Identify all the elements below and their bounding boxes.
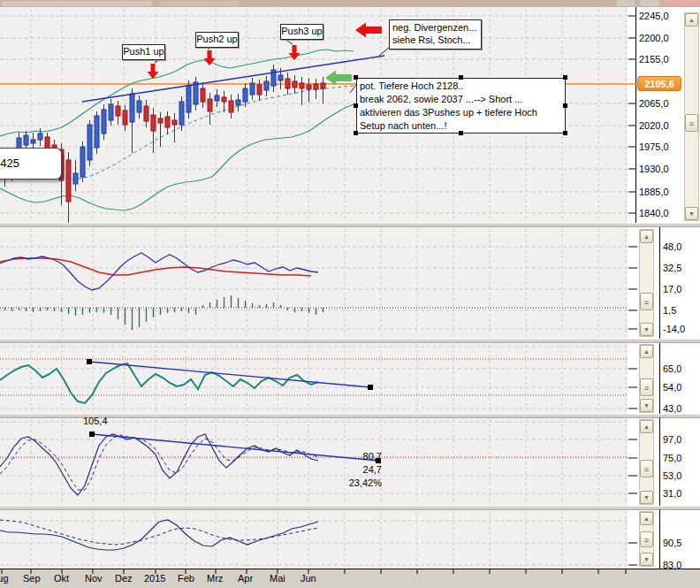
trix-axis-label: 83,0 xyxy=(663,560,681,570)
candle-body xyxy=(158,118,163,123)
stoch-percent-value: 23,42% xyxy=(339,477,382,488)
note-box-handle[interactable] xyxy=(354,75,358,80)
note-box-handle[interactable] xyxy=(354,131,358,135)
candle-body xyxy=(130,94,134,122)
time-axis-label: Feb xyxy=(178,573,194,584)
rsi-axis-label: 65,0 xyxy=(663,363,681,374)
candle-body xyxy=(116,106,120,116)
candle-body xyxy=(257,85,262,95)
stoch-scrollbar-down-button[interactable]: ▼ xyxy=(640,491,653,504)
trix-scrollbar-up-button[interactable]: ▲ xyxy=(640,512,653,525)
candle-body xyxy=(300,83,304,88)
rsi-axis-label: 54,0 xyxy=(663,382,681,393)
red-down-arrow[interactable] xyxy=(148,64,159,79)
time-axis-label: Sep xyxy=(23,573,41,584)
rsi-scrollbar-thumb[interactable]: ≡ xyxy=(640,378,653,396)
red-down-arrow[interactable] xyxy=(289,45,301,60)
note-box-handle[interactable] xyxy=(354,103,358,108)
macd-axis-label: 17,0 xyxy=(663,284,681,294)
candle-body xyxy=(38,134,42,140)
candle-body xyxy=(321,83,325,88)
candle-body xyxy=(236,100,240,105)
stoch-value-1: 80,7 xyxy=(352,451,382,462)
note-line: break 2062, sowie 2037 ...--> Short ... xyxy=(360,93,562,106)
green-left-arrow[interactable] xyxy=(325,71,352,86)
trix-signal-line xyxy=(0,520,318,545)
note-line: aktivieren das 3Pushes up + tiefere Hoch xyxy=(360,106,562,119)
stoch-scrollbar-up-button[interactable]: ▲ xyxy=(640,420,653,433)
time-axis-label: Jun xyxy=(301,573,316,584)
trendline-handle[interactable] xyxy=(89,431,95,437)
time-axis-label: Apr xyxy=(238,573,253,584)
candle-body xyxy=(24,135,28,145)
candle-body xyxy=(293,81,297,88)
candle-body xyxy=(66,160,71,202)
divergence-note-line: siehe Rsi, Stoch... xyxy=(392,34,478,46)
time-axis-label: Dez xyxy=(115,573,133,584)
push3-label-box[interactable]: Push3 up xyxy=(280,24,323,40)
candle-body xyxy=(250,83,255,95)
macd-axis-label: 1,5 xyxy=(663,305,676,316)
rsi-line xyxy=(0,363,318,403)
price-scrollbar-down-button[interactable]: ▼ xyxy=(685,207,698,220)
rsi-scrollbar-up-button[interactable]: ▲ xyxy=(640,345,653,358)
price-scrollbar-up-button[interactable]: ▲ xyxy=(685,13,698,27)
trendline-handle[interactable] xyxy=(368,385,373,390)
candle-body xyxy=(172,120,177,125)
trix-scrollbar-thumb[interactable]: ≡ xyxy=(640,531,653,547)
candle-body xyxy=(31,140,35,143)
stoch-value-2: 24,7 xyxy=(352,464,382,475)
trix-scrollbar[interactable]: ▲▼≡ xyxy=(639,511,654,567)
candle-body xyxy=(109,104,113,120)
note-box-handle[interactable] xyxy=(459,75,463,80)
note-line: pot. Tiefere Hoch 2128.. xyxy=(360,80,562,93)
price-axis-label: 1840,0 xyxy=(639,208,669,218)
push1-label-box[interactable]: Push1 up xyxy=(122,44,165,60)
price-axis-label: 2155,0 xyxy=(639,54,669,65)
macd-scrollbar-thumb[interactable]: ≡ xyxy=(640,293,653,310)
macd-axis-label: 32,5 xyxy=(663,263,681,273)
candle-body xyxy=(208,99,212,111)
price-axis-label: 1885,0 xyxy=(639,187,669,197)
trendline-handle[interactable] xyxy=(87,359,92,364)
short-setup-note-box[interactable]: pot. Tiefere Hoch 2128.. break 2062, sow… xyxy=(356,78,566,134)
current-price-tag: 2105,6 xyxy=(637,76,681,91)
candle-body xyxy=(80,147,85,177)
stoch-trendline[interactable] xyxy=(92,434,378,461)
note-box-handle[interactable] xyxy=(459,131,463,135)
macd-scrollbar[interactable]: ▲▼≡ xyxy=(639,229,654,337)
red-left-arrow[interactable] xyxy=(355,23,382,38)
note-box-handle[interactable] xyxy=(563,75,567,80)
stoch-scrollbar[interactable]: ▲▼≡ xyxy=(639,419,654,505)
stoch-scrollbar-thumb[interactable]: ≡ xyxy=(640,460,653,477)
candle-body xyxy=(194,82,198,104)
time-axis-label: Okt xyxy=(54,573,69,584)
candle-body xyxy=(222,97,226,102)
candle-body xyxy=(243,88,247,102)
candle-body xyxy=(88,125,92,160)
note-box-handle[interactable] xyxy=(563,103,567,108)
rsi-scrollbar-down-button[interactable]: ▼ xyxy=(640,399,653,412)
candle-body xyxy=(165,117,170,127)
rsi-axis-label: 43,0 xyxy=(663,403,681,414)
candle-body xyxy=(102,110,106,134)
candle-body xyxy=(314,84,318,89)
divergence-note-box[interactable]: neg. Divergenzen... siehe Rsi, Stoch... xyxy=(389,19,482,50)
push2-label-box[interactable]: Push2 up xyxy=(195,32,239,48)
macd-scrollbar-down-button[interactable]: ▼ xyxy=(640,323,653,336)
macd-axis-label: 48,0 xyxy=(663,241,681,252)
trix-axis-label: 90,5 xyxy=(663,538,681,548)
note-box-handle[interactable] xyxy=(563,131,567,135)
candle-body xyxy=(151,115,156,131)
price-scrollbar[interactable]: ▲▼≡ xyxy=(684,12,699,221)
time-axis-label: Nov xyxy=(85,573,103,584)
stoch-axis-label: 53,0 xyxy=(663,470,681,481)
rsi-scrollbar[interactable]: ▲▼≡ xyxy=(639,344,654,413)
price-axis-label: 2020,0 xyxy=(639,120,669,131)
macd-scrollbar-up-button[interactable]: ▲ xyxy=(640,230,653,243)
candle-body xyxy=(95,116,99,148)
candle-body xyxy=(264,81,269,90)
price-callout[interactable]: 8425 xyxy=(0,148,62,179)
price-scrollbar-thumb[interactable]: ≡ xyxy=(685,114,698,132)
trix-scrollbar-down-button[interactable]: ▼ xyxy=(640,553,653,566)
